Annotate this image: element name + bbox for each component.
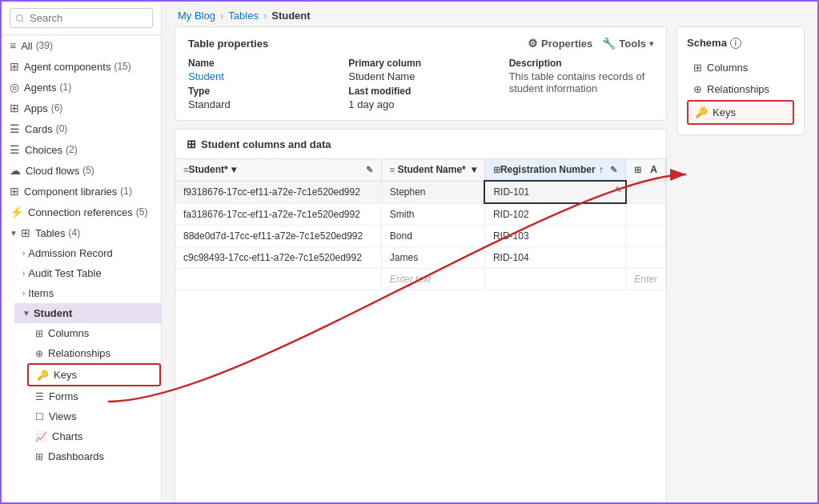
sidebar-item-keys[interactable]: 🔑 Keys xyxy=(27,363,161,386)
schema-item-relationships[interactable]: ⊕ Relationships xyxy=(687,78,794,100)
cell-reg-1: RID-101 ✎ xyxy=(484,181,625,203)
sidebar-item-cloud-flows[interactable]: ☁ Cloud flows (5) xyxy=(2,160,161,181)
reg-inline-edit-icon[interactable]: ✎ xyxy=(615,185,622,195)
schema-keys-icon: 🔑 xyxy=(695,106,708,118)
sidebar-item-forms[interactable]: ☰ Forms xyxy=(27,386,161,406)
primary-col-label: Primary column xyxy=(348,58,492,70)
sidebar-item-student[interactable]: ▼ Student xyxy=(14,303,161,323)
cell-a-2 xyxy=(626,203,666,226)
cell-reg-3: RID-103 xyxy=(484,226,625,247)
sidebar-item-agent-components[interactable]: ⊞ Agent components (15) xyxy=(2,56,161,77)
student-name-sort-icon: ▾ xyxy=(472,164,476,175)
schema-title: Schema i xyxy=(687,37,794,49)
last-modified-value: 1 day ago xyxy=(348,98,492,110)
sidebar-item-tables[interactable]: ▼ ⊞ Tables (4) xyxy=(2,222,161,243)
sidebar-item-apps[interactable]: ⊞ Apps (6) xyxy=(2,98,161,118)
type-label: Type xyxy=(188,86,332,98)
sidebar-item-choices[interactable]: ☰ Choices (2) xyxy=(2,139,161,160)
properties-button[interactable]: ⚙ Properties xyxy=(528,37,592,50)
sidebar-item-admission-record[interactable]: › Admission Record xyxy=(14,243,161,263)
tools-button[interactable]: 🔧 Tools ▾ xyxy=(602,37,653,50)
data-table-wrapper[interactable]: ≡ Student* ▾ ✎ ≡ xyxy=(175,159,666,504)
cell-name-4: James xyxy=(381,247,484,269)
schema-item-keys[interactable]: 🔑 Keys xyxy=(687,100,794,125)
cell-empty-student xyxy=(175,269,381,290)
sidebar-item-all[interactable]: ≡ All (39) xyxy=(2,35,161,56)
reg-sort-icon: ↑ xyxy=(599,164,604,175)
col-a[interactable]: ⊞ A xyxy=(626,159,666,181)
sidebar: ≡ All (39) ⊞ Agent components (15) ◎ Age… xyxy=(2,2,162,504)
cell-empty-a[interactable]: Enter xyxy=(626,269,666,290)
tables-icon: ⊞ xyxy=(21,226,30,239)
sidebar-item-component-libraries[interactable]: ⊞ Component libraries (1) xyxy=(2,181,161,202)
audit-expand-icon: › xyxy=(22,269,25,278)
sidebar-item-views[interactable]: ☐ Views xyxy=(27,406,161,426)
tables-expand-icon: ▼ xyxy=(10,229,18,238)
content-area: Table properties ⚙ Properties 🔧 Tools ▾ xyxy=(162,26,817,504)
cell-a-4 xyxy=(626,247,666,269)
breadcrumb: My Blog › Tables › Student xyxy=(162,2,817,26)
table-row: 88de0d7d-17cc-ef11-a72e-7c1e520ed992 Bon… xyxy=(175,226,666,247)
forms-sub-icon: ☰ xyxy=(35,391,44,402)
sidebar-item-items[interactable]: › Items xyxy=(14,283,161,303)
schema-item-columns[interactable]: ⊞ Columns xyxy=(687,57,794,78)
col-student[interactable]: ≡ Student* ▾ ✎ xyxy=(175,159,381,181)
relationships-sub-icon: ⊕ xyxy=(35,348,43,359)
cloud-flows-icon: ☁ xyxy=(10,164,21,177)
columns-sub-icon: ⊞ xyxy=(35,328,43,339)
cell-reg-2: RID-102 xyxy=(484,203,625,226)
reg-edit-icon[interactable]: ✎ xyxy=(610,165,617,175)
component-libraries-icon: ⊞ xyxy=(10,185,19,198)
description-label: Description xyxy=(509,58,653,70)
sidebar-item-relationships[interactable]: ⊕ Relationships xyxy=(27,343,161,363)
cell-name-1: Stephen xyxy=(381,181,484,203)
search-input[interactable] xyxy=(10,8,153,28)
breadcrumb-student: Student xyxy=(271,10,310,22)
choices-icon: ☰ xyxy=(10,143,20,156)
table-properties-title: Table properties xyxy=(188,38,268,50)
student-expand-icon: ▼ xyxy=(22,309,30,318)
card-title: Table properties ⚙ Properties 🔧 Tools ▾ xyxy=(188,37,653,50)
table-properties-card: Table properties ⚙ Properties 🔧 Tools ▾ xyxy=(175,26,667,121)
items-expand-icon: › xyxy=(22,289,25,298)
col-student-name[interactable]: ≡ Student Name* ▾ xyxy=(381,159,484,181)
sidebar-item-cards[interactable]: ☰ Cards (0) xyxy=(2,118,161,139)
name-value[interactable]: Student xyxy=(188,70,332,82)
breadcrumb-tables[interactable]: Tables xyxy=(228,10,259,22)
data-card-title: ⊞ Student columns and data xyxy=(175,130,666,159)
table-row: c9c98493-17cc-ef11-a72e-7c1e520ed992 Jam… xyxy=(175,247,666,269)
connection-refs-icon: ⚡ xyxy=(10,206,23,218)
sidebar-item-dashboards[interactable]: ⊞ Dashboards xyxy=(27,446,161,466)
cell-student-1: f9318676-17cc-ef11-a72e-7c1e520ed992 xyxy=(175,181,381,203)
cell-student-4: c9c98493-17cc-ef11-a72e-7c1e520ed992 xyxy=(175,247,381,269)
a-col-icon: ⊞ xyxy=(634,165,641,175)
sidebar-item-audit-test-table[interactable]: › Audit Test Table xyxy=(14,263,161,283)
agent-components-icon: ⊞ xyxy=(10,60,19,73)
student-name-col-icon: ≡ xyxy=(390,165,395,174)
name-label: Name xyxy=(188,58,332,70)
views-sub-icon: ☐ xyxy=(35,411,44,422)
card-actions: ⚙ Properties 🔧 Tools ▾ xyxy=(528,37,653,50)
student-edit-icon[interactable]: ✎ xyxy=(366,165,373,175)
sidebar-item-connection-references[interactable]: ⚡ Connection references (5) xyxy=(2,202,161,222)
cards-icon: ☰ xyxy=(10,122,20,135)
cell-a-3 xyxy=(626,226,666,247)
cell-empty-name[interactable]: Enter text xyxy=(381,269,484,290)
cell-reg-4: RID-104 xyxy=(484,247,625,269)
all-icon: ≡ xyxy=(10,39,16,52)
breadcrumb-myblog[interactable]: My Blog xyxy=(178,10,215,22)
apps-icon: ⊞ xyxy=(10,102,19,114)
schema-panel: Schema i ⊞ Columns ⊕ Relationships 🔑 Key… xyxy=(676,26,805,135)
table-row: fa318676-17cc-ef11-a72e-7c1e520ed992 Smi… xyxy=(175,203,666,226)
schema-info-icon[interactable]: i xyxy=(730,38,741,49)
schema-columns-icon: ⊞ xyxy=(693,62,702,74)
col-registration[interactable]: ⊞ Registration Number ↑ ✎ xyxy=(484,159,625,181)
sidebar-item-agents[interactable]: ◎ Agents (1) xyxy=(2,77,161,98)
sidebar-item-columns[interactable]: ⊞ Columns xyxy=(27,323,161,343)
reg-col-icon: ⊞ xyxy=(493,165,500,175)
schema-relationships-icon: ⊕ xyxy=(693,83,702,95)
main-content: My Blog › Tables › Student Table propert… xyxy=(162,2,817,504)
dashboards-sub-icon: ⊞ xyxy=(35,451,43,462)
sidebar-item-charts[interactable]: 📈 Charts xyxy=(27,426,161,446)
cell-empty-reg xyxy=(484,269,625,290)
